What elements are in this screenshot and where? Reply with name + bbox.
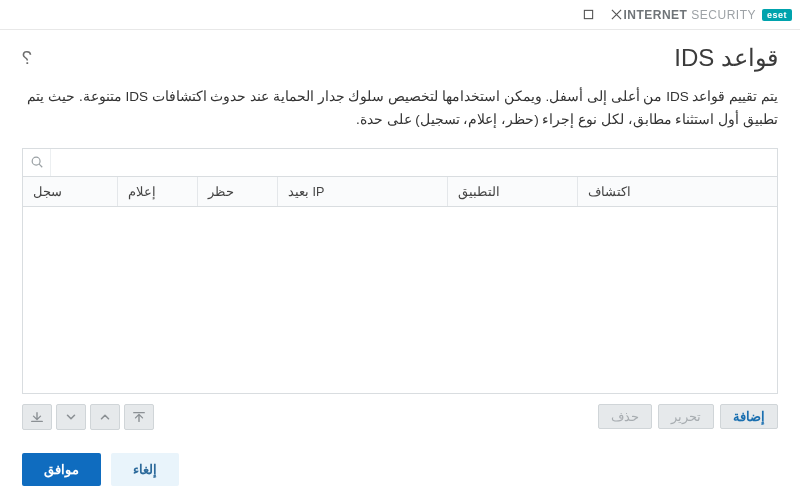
col-block[interactable]: حظر <box>197 177 277 206</box>
move-up-icon[interactable] <box>90 404 120 430</box>
delete-button[interactable]: حذف <box>598 404 652 429</box>
svg-point-1 <box>32 158 40 166</box>
help-icon[interactable]: ? <box>22 48 32 69</box>
svg-rect-0 <box>584 10 592 18</box>
col-notify[interactable]: إعلام <box>117 177 197 206</box>
table-header: اكتشاف التطبيق IP بعيد حظر إعلام سجل <box>23 177 777 207</box>
rules-table: اكتشاف التطبيق IP بعيد حظر إعلام سجل <box>22 148 778 394</box>
svg-line-2 <box>39 165 42 168</box>
brand-logo: eset <box>762 9 792 21</box>
close-icon[interactable] <box>609 8 623 22</box>
col-app[interactable]: التطبيق <box>447 177 577 206</box>
move-bottom-icon[interactable] <box>22 404 52 430</box>
page-title: قواعد IDS <box>674 44 778 72</box>
table-body <box>23 207 777 393</box>
cancel-button[interactable]: إلغاء <box>111 453 179 486</box>
col-remote-ip[interactable]: IP بعيد <box>277 177 447 206</box>
col-detect[interactable]: اكتشاف <box>577 177 777 206</box>
col-log[interactable]: سجل <box>23 177 117 206</box>
search-input[interactable] <box>51 149 777 176</box>
edit-button[interactable]: تحرير <box>658 404 714 429</box>
search-icon[interactable] <box>23 149 51 176</box>
page-description: يتم تقييم قواعد IDS من أعلى إلى أسفل. وي… <box>22 86 778 132</box>
ok-button[interactable]: موافق <box>22 453 101 486</box>
brand-label: eset INTERNET SECURITY <box>623 8 792 22</box>
add-button[interactable]: إضافة <box>720 404 778 429</box>
move-top-icon[interactable] <box>124 404 154 430</box>
move-down-icon[interactable] <box>56 404 86 430</box>
maximize-icon[interactable] <box>581 8 595 22</box>
